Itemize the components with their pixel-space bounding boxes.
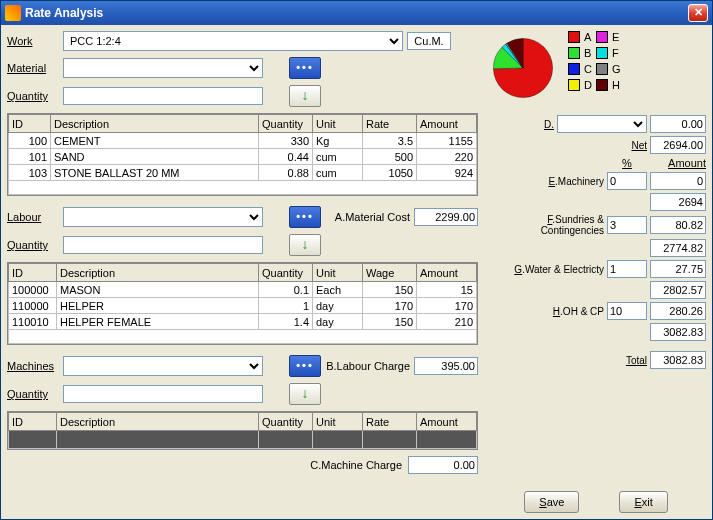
e-pct-input[interactable] xyxy=(607,172,647,190)
labour-cost-value xyxy=(414,357,478,375)
net-value xyxy=(650,136,706,154)
chart-legend: ABCD EFGH xyxy=(568,31,621,91)
total-value xyxy=(650,351,706,369)
g-label: G.Water & Electricty xyxy=(486,264,604,275)
legend-item: A xyxy=(568,31,592,43)
machines-qty-label: Quantity xyxy=(7,388,59,400)
legend-item: G xyxy=(596,63,621,75)
g-amount xyxy=(650,260,706,278)
pie-chart xyxy=(486,31,560,105)
labour-lookup-button[interactable]: ••• xyxy=(289,206,321,228)
h-label: H.OH & CP xyxy=(486,306,604,317)
labour-add-button[interactable]: ↓ xyxy=(289,234,321,256)
material-table[interactable]: IDDescriptionQuantityUnitRateAmount 100C… xyxy=(7,113,478,196)
subtotal-3 xyxy=(650,281,706,299)
machines-label: Machines xyxy=(7,360,59,372)
table-row[interactable]: 110000HELPER1day170170 xyxy=(9,298,477,314)
f-label: F.Sundries & Contingencies xyxy=(486,214,604,236)
machine-cost-value xyxy=(408,456,478,474)
legend-item: D xyxy=(568,79,592,91)
machine-cost-label: C.Machine Charge xyxy=(310,459,402,471)
work-label: Work xyxy=(7,35,59,47)
material-qty-input[interactable] xyxy=(63,87,263,105)
material-combo[interactable] xyxy=(63,58,263,78)
h-amount xyxy=(650,302,706,320)
d-combo[interactable] xyxy=(557,115,647,133)
legend-item: E xyxy=(596,31,621,43)
amount-header: Amount xyxy=(668,157,706,169)
legend-item: F xyxy=(596,47,621,59)
subtotal-4 xyxy=(650,323,706,341)
labour-cost-label: B.Labour Charge xyxy=(325,360,410,372)
f-amount xyxy=(650,216,706,234)
table-row xyxy=(9,431,477,449)
work-combo[interactable]: PCC 1:2:4 xyxy=(63,31,403,51)
save-button[interactable]: Save xyxy=(524,491,579,513)
material-cost-label: A.Material Cost xyxy=(325,211,410,223)
labour-qty-input[interactable] xyxy=(63,236,263,254)
subtotal-1 xyxy=(650,193,706,211)
window-title: Rate Analysis xyxy=(25,6,688,20)
material-cost-value xyxy=(414,208,478,226)
table-row[interactable]: 103STONE BALLAST 20 MM0.88cum1050924 xyxy=(9,165,477,181)
table-row[interactable]: 110010HELPER FEMALE1.4day150210 xyxy=(9,314,477,330)
material-qty-label: Quantity xyxy=(7,90,59,102)
machines-lookup-button[interactable]: ••• xyxy=(289,355,321,377)
material-label: Material xyxy=(7,62,59,74)
table-row[interactable]: 100000MASON0.1Each15015 xyxy=(9,282,477,298)
legend-item: B xyxy=(568,47,592,59)
exit-button[interactable]: Exit xyxy=(619,491,667,513)
net-label: Net xyxy=(631,140,647,151)
pct-header: % xyxy=(622,157,632,169)
total-label: Total xyxy=(626,355,647,366)
h-pct-input[interactable] xyxy=(607,302,647,320)
labour-label: Labour xyxy=(7,211,59,223)
d-value xyxy=(650,115,706,133)
labour-qty-label: Quantity xyxy=(7,239,59,251)
material-add-button[interactable]: ↓ xyxy=(289,85,321,107)
labour-combo[interactable] xyxy=(63,207,263,227)
f-pct-input[interactable] xyxy=(607,216,647,234)
titlebar: Rate Analysis ✕ xyxy=(1,1,712,25)
machines-table[interactable]: IDDescriptionQuantityUnitRateAmount xyxy=(7,411,478,450)
machines-combo[interactable] xyxy=(63,356,263,376)
table-row[interactable]: 101SAND0.44cum500220 xyxy=(9,149,477,165)
legend-item: H xyxy=(596,79,621,91)
e-amount xyxy=(650,172,706,190)
app-icon xyxy=(5,5,21,21)
machines-add-button[interactable]: ↓ xyxy=(289,383,321,405)
work-unit xyxy=(407,32,451,50)
g-pct-input[interactable] xyxy=(607,260,647,278)
table-row[interactable]: 100CEMENT330Kg3.51155 xyxy=(9,133,477,149)
d-label: D. xyxy=(544,119,554,130)
labour-table[interactable]: IDDescriptionQuantityUnitWageAmount 1000… xyxy=(7,262,478,345)
material-lookup-button[interactable]: ••• xyxy=(289,57,321,79)
subtotal-2 xyxy=(650,239,706,257)
e-label: E.Machinery xyxy=(486,176,604,187)
machines-qty-input[interactable] xyxy=(63,385,263,403)
close-button[interactable]: ✕ xyxy=(688,4,708,22)
legend-item: C xyxy=(568,63,592,75)
